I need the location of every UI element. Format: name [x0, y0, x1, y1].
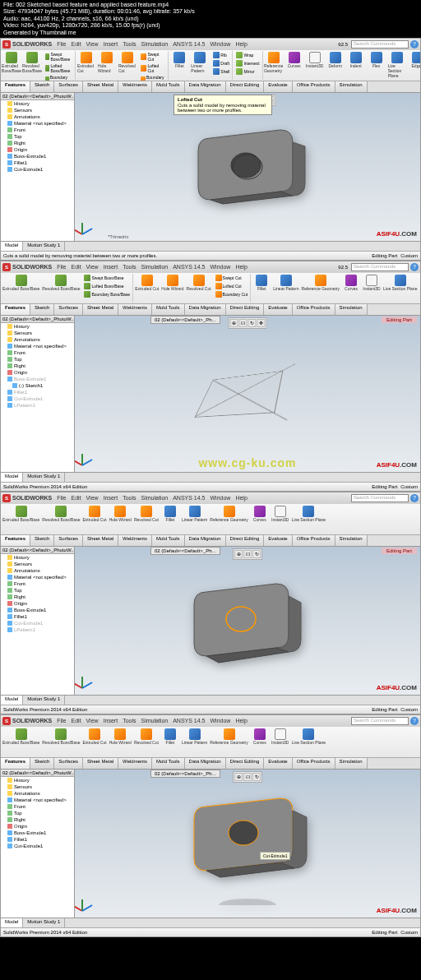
curves-button[interactable]: Curves	[285, 51, 304, 80]
tree-annotations[interactable]: Annotations	[1, 567, 74, 574]
fillet-button[interactable]: Fillet	[160, 728, 180, 756]
view-rotate-icon[interactable]: ↻	[252, 550, 261, 558]
sketch-plane[interactable]	[194, 371, 283, 418]
extruded-cut-button[interactable]: Extruded Cut	[81, 728, 107, 756]
tab-sheet-metal[interactable]: Sheet Metal	[83, 81, 118, 92]
ref-geometry-button[interactable]: Reference Geometry	[209, 728, 248, 756]
tree-fillet[interactable]: Fillet1	[1, 613, 74, 620]
tree-cut-extrude[interactable]: Cut-Extrude1	[1, 395, 74, 402]
tab-mold-tools[interactable]: Mold Tools	[152, 758, 185, 769]
tree-boss-extrude[interactable]: Boss-Extrude1	[1, 153, 74, 159]
indent-button[interactable]: Indent	[346, 51, 366, 80]
bottom-tab-motion[interactable]: Motion Study 1	[23, 473, 65, 482]
ref-geometry-button[interactable]: Reference Geometry	[264, 51, 284, 80]
tab-sheet-metal[interactable]: Sheet Metal	[83, 758, 118, 769]
tab-surfaces[interactable]: Surfaces	[54, 758, 83, 769]
tab-features[interactable]: Features	[1, 81, 30, 92]
linear-pattern-button[interactable]: Linear Pattern	[181, 728, 208, 756]
revolved-cut-button[interactable]: Revolved Cut	[133, 505, 160, 534]
menu-simulation[interactable]: Simulation	[141, 718, 168, 723]
model-block-with-hole[interactable]	[182, 118, 313, 216]
document-tab[interactable]: 02 (Default<<Default>_Ph...	[150, 770, 220, 778]
tree-history[interactable]: History	[1, 323, 74, 330]
extruded-cut-button[interactable]: Extruded Cut	[81, 505, 107, 534]
tree-origin[interactable]: Origin	[1, 823, 74, 830]
model-block-with-hole[interactable]	[173, 790, 322, 905]
linear-pattern-button[interactable]: Linear Pattern	[190, 51, 210, 80]
bottom-tab-motion[interactable]: Motion Study 1	[23, 696, 65, 705]
tab-evaluate[interactable]: Evaluate	[264, 758, 292, 769]
tab-data-migration[interactable]: Data Migration	[185, 304, 226, 315]
menu-simulation[interactable]: Simulation	[141, 41, 168, 47]
tree-cut-extrude[interactable]: Cut-Extrude1	[1, 166, 74, 173]
menu-file[interactable]: File	[57, 41, 66, 47]
deform-button[interactable]: Deform	[326, 51, 345, 80]
view-pan-icon[interactable]: ✥	[257, 319, 266, 327]
hole-wizard-button[interactable]: Hole Wizard	[97, 51, 117, 80]
tree-history[interactable]: History	[1, 100, 74, 107]
tab-direct-editing[interactable]: Direct Editing	[226, 535, 265, 546]
help-icon[interactable]: ?	[410, 717, 419, 725]
lofted-cut-button[interactable]: Lofted Cut	[140, 62, 166, 74]
menu-window[interactable]: Window	[210, 495, 230, 501]
view-triad[interactable]	[81, 665, 104, 688]
live-section-button[interactable]: Live Section Plane	[387, 51, 407, 80]
swept-boss-button[interactable]: Swept Boss/Base	[83, 274, 131, 282]
menu-view[interactable]: View	[86, 495, 99, 501]
tree-root[interactable]: 02 (Default<<Default>_PhotoW...	[1, 316, 74, 323]
view-zoom-icon[interactable]: ⊕	[230, 319, 238, 327]
feature-tree[interactable]: 02 (Default<<Default>_PhotoW... History …	[1, 547, 75, 695]
viewport-3d[interactable]: 02 (Default<<Default>_Ph... Editing Part…	[75, 316, 420, 472]
help-icon[interactable]: ?	[410, 263, 419, 271]
live-section-button[interactable]: Live Section Plane	[291, 728, 326, 756]
revolved-boss-button[interactable]: Revolved Boss/Base	[41, 505, 81, 534]
tab-office-products[interactable]: Office Products	[293, 758, 335, 769]
bottom-tab-model[interactable]: Model	[1, 242, 23, 251]
menu-window[interactable]: Window	[210, 264, 230, 270]
tree-material[interactable]: Material <not specified>	[1, 343, 74, 349]
ref-geometry-button[interactable]: Reference Geometry	[301, 274, 340, 303]
view-rotate-icon[interactable]: ↻	[252, 773, 261, 781]
model-block-solid[interactable]	[173, 571, 313, 678]
menu-edit[interactable]: Edit	[72, 495, 81, 501]
tree-boss-extrude[interactable]: Boss-Extrude1	[1, 607, 74, 613]
menu-file[interactable]: File	[57, 495, 66, 501]
edges-button[interactable]: Edges	[408, 51, 420, 80]
tree-fillet[interactable]: Fillet1	[1, 159, 74, 166]
menu-help[interactable]: Help	[235, 41, 247, 47]
tab-weldments[interactable]: Weldments	[118, 535, 152, 546]
curves-button[interactable]: Curves	[250, 728, 270, 756]
menu-edit[interactable]: Edit	[72, 264, 81, 270]
revolved-boss-button[interactable]: Revolved Boss/Base	[41, 728, 81, 756]
curves-button[interactable]: Curves	[341, 274, 361, 303]
view-triad[interactable]	[81, 211, 104, 234]
zoom-value[interactable]: 92.5	[338, 42, 348, 47]
tab-evaluate[interactable]: Evaluate	[264, 535, 292, 546]
menu-view[interactable]: View	[86, 264, 99, 270]
tab-sheet-metal[interactable]: Sheet Metal	[83, 304, 118, 315]
instant3d-button[interactable]: Instant3D	[271, 728, 290, 756]
linear-pattern-button[interactable]: Linear Pattern	[272, 274, 299, 303]
tab-evaluate[interactable]: Evaluate	[264, 81, 292, 92]
search-commands-input[interactable]: Search Commands	[351, 263, 409, 271]
revolved-boss-button[interactable]: Revolved Boss/Base	[22, 51, 42, 80]
boundary-boss-button[interactable]: Boundary Boss/Base	[44, 74, 73, 81]
tree-material[interactable]: Material <not specified>	[1, 797, 74, 803]
tree-top-plane[interactable]: Top	[1, 587, 74, 594]
flex-button[interactable]: Flex	[367, 51, 386, 80]
linear-pattern-button[interactable]: Linear Pattern	[181, 505, 208, 534]
instant3d-button[interactable]: Instant3D	[271, 505, 290, 534]
rib-button[interactable]: Rib	[212, 51, 230, 59]
instant3d-button[interactable]: Instant3D	[305, 51, 325, 80]
revolved-cut-button[interactable]: Revolved Cut	[133, 728, 160, 756]
shell-button[interactable]: Shell	[212, 67, 230, 76]
extruded-cut-button[interactable]: Extruded Cut	[76, 51, 96, 80]
tree-fillet[interactable]: Fillet1	[1, 389, 74, 395]
tree-right-plane[interactable]: Right	[1, 363, 74, 369]
tab-features[interactable]: Features	[1, 304, 30, 315]
tree-root[interactable]: 02 (Default<<Default>_PhotoW...	[1, 547, 74, 554]
tree-front-plane[interactable]: Front	[1, 580, 74, 587]
tree-front-plane[interactable]: Front	[1, 803, 74, 810]
tree-fillet[interactable]: Fillet1	[1, 836, 74, 843]
menu-window[interactable]: Window	[210, 41, 230, 47]
